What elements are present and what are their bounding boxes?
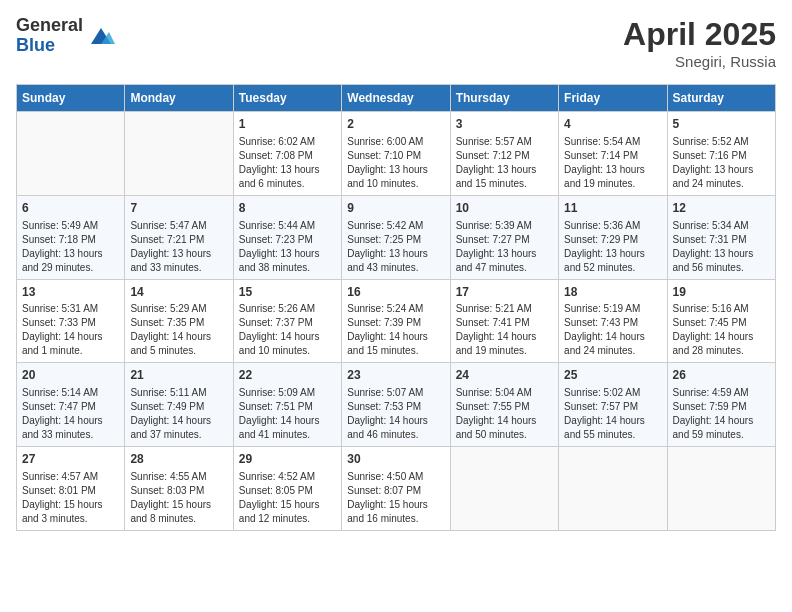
calendar-day-cell: 17Sunrise: 5:21 AM Sunset: 7:41 PM Dayli…: [450, 279, 558, 363]
day-info: Sunrise: 5:21 AM Sunset: 7:41 PM Dayligh…: [456, 302, 553, 358]
calendar-day-cell: [17, 112, 125, 196]
day-number: 19: [673, 284, 770, 301]
day-info: Sunrise: 5:42 AM Sunset: 7:25 PM Dayligh…: [347, 219, 444, 275]
calendar-day-cell: 30Sunrise: 4:50 AM Sunset: 8:07 PM Dayli…: [342, 447, 450, 531]
day-info: Sunrise: 5:34 AM Sunset: 7:31 PM Dayligh…: [673, 219, 770, 275]
day-info: Sunrise: 5:11 AM Sunset: 7:49 PM Dayligh…: [130, 386, 227, 442]
calendar-day-cell: 1Sunrise: 6:02 AM Sunset: 7:08 PM Daylig…: [233, 112, 341, 196]
calendar-week-row: 13Sunrise: 5:31 AM Sunset: 7:33 PM Dayli…: [17, 279, 776, 363]
calendar-day-cell: 28Sunrise: 4:55 AM Sunset: 8:03 PM Dayli…: [125, 447, 233, 531]
month-title: April 2025: [623, 16, 776, 53]
day-info: Sunrise: 5:44 AM Sunset: 7:23 PM Dayligh…: [239, 219, 336, 275]
day-of-week-header: Friday: [559, 85, 667, 112]
calendar-day-cell: 22Sunrise: 5:09 AM Sunset: 7:51 PM Dayli…: [233, 363, 341, 447]
day-of-week-header: Tuesday: [233, 85, 341, 112]
day-info: Sunrise: 5:36 AM Sunset: 7:29 PM Dayligh…: [564, 219, 661, 275]
calendar-day-cell: 4Sunrise: 5:54 AM Sunset: 7:14 PM Daylig…: [559, 112, 667, 196]
day-number: 18: [564, 284, 661, 301]
day-info: Sunrise: 5:24 AM Sunset: 7:39 PM Dayligh…: [347, 302, 444, 358]
logo-general: General: [16, 16, 83, 36]
day-info: Sunrise: 4:59 AM Sunset: 7:59 PM Dayligh…: [673, 386, 770, 442]
calendar-day-cell: 15Sunrise: 5:26 AM Sunset: 7:37 PM Dayli…: [233, 279, 341, 363]
day-number: 27: [22, 451, 119, 468]
day-number: 26: [673, 367, 770, 384]
calendar-day-cell: 25Sunrise: 5:02 AM Sunset: 7:57 PM Dayli…: [559, 363, 667, 447]
day-number: 11: [564, 200, 661, 217]
day-number: 15: [239, 284, 336, 301]
day-info: Sunrise: 5:09 AM Sunset: 7:51 PM Dayligh…: [239, 386, 336, 442]
day-info: Sunrise: 5:14 AM Sunset: 7:47 PM Dayligh…: [22, 386, 119, 442]
calendar-week-row: 1Sunrise: 6:02 AM Sunset: 7:08 PM Daylig…: [17, 112, 776, 196]
day-number: 8: [239, 200, 336, 217]
day-info: Sunrise: 5:29 AM Sunset: 7:35 PM Dayligh…: [130, 302, 227, 358]
day-number: 24: [456, 367, 553, 384]
day-info: Sunrise: 5:57 AM Sunset: 7:12 PM Dayligh…: [456, 135, 553, 191]
calendar-day-cell: 20Sunrise: 5:14 AM Sunset: 7:47 PM Dayli…: [17, 363, 125, 447]
day-number: 23: [347, 367, 444, 384]
calendar-day-cell: 10Sunrise: 5:39 AM Sunset: 7:27 PM Dayli…: [450, 195, 558, 279]
calendar-week-row: 27Sunrise: 4:57 AM Sunset: 8:01 PM Dayli…: [17, 447, 776, 531]
calendar-day-cell: 18Sunrise: 5:19 AM Sunset: 7:43 PM Dayli…: [559, 279, 667, 363]
calendar-day-cell: 19Sunrise: 5:16 AM Sunset: 7:45 PM Dayli…: [667, 279, 775, 363]
day-number: 21: [130, 367, 227, 384]
day-info: Sunrise: 5:49 AM Sunset: 7:18 PM Dayligh…: [22, 219, 119, 275]
calendar-week-row: 6Sunrise: 5:49 AM Sunset: 7:18 PM Daylig…: [17, 195, 776, 279]
calendar-day-cell: [559, 447, 667, 531]
calendar-day-cell: 21Sunrise: 5:11 AM Sunset: 7:49 PM Dayli…: [125, 363, 233, 447]
calendar-day-cell: 14Sunrise: 5:29 AM Sunset: 7:35 PM Dayli…: [125, 279, 233, 363]
day-number: 20: [22, 367, 119, 384]
day-info: Sunrise: 4:57 AM Sunset: 8:01 PM Dayligh…: [22, 470, 119, 526]
day-number: 13: [22, 284, 119, 301]
day-info: Sunrise: 5:04 AM Sunset: 7:55 PM Dayligh…: [456, 386, 553, 442]
day-number: 4: [564, 116, 661, 133]
logo-blue: Blue: [16, 36, 83, 56]
calendar-day-cell: 13Sunrise: 5:31 AM Sunset: 7:33 PM Dayli…: [17, 279, 125, 363]
day-info: Sunrise: 5:16 AM Sunset: 7:45 PM Dayligh…: [673, 302, 770, 358]
day-number: 2: [347, 116, 444, 133]
day-number: 10: [456, 200, 553, 217]
calendar-day-cell: 29Sunrise: 4:52 AM Sunset: 8:05 PM Dayli…: [233, 447, 341, 531]
calendar-day-cell: 24Sunrise: 5:04 AM Sunset: 7:55 PM Dayli…: [450, 363, 558, 447]
day-info: Sunrise: 5:39 AM Sunset: 7:27 PM Dayligh…: [456, 219, 553, 275]
calendar-day-cell: 27Sunrise: 4:57 AM Sunset: 8:01 PM Dayli…: [17, 447, 125, 531]
day-number: 30: [347, 451, 444, 468]
calendar-day-cell: [667, 447, 775, 531]
day-number: 16: [347, 284, 444, 301]
day-number: 9: [347, 200, 444, 217]
day-info: Sunrise: 6:00 AM Sunset: 7:10 PM Dayligh…: [347, 135, 444, 191]
calendar-day-cell: 11Sunrise: 5:36 AM Sunset: 7:29 PM Dayli…: [559, 195, 667, 279]
day-info: Sunrise: 4:55 AM Sunset: 8:03 PM Dayligh…: [130, 470, 227, 526]
title-block: April 2025 Snegiri, Russia: [623, 16, 776, 70]
day-info: Sunrise: 5:02 AM Sunset: 7:57 PM Dayligh…: [564, 386, 661, 442]
day-number: 12: [673, 200, 770, 217]
day-of-week-header: Thursday: [450, 85, 558, 112]
calendar-day-cell: [125, 112, 233, 196]
day-info: Sunrise: 5:31 AM Sunset: 7:33 PM Dayligh…: [22, 302, 119, 358]
day-number: 14: [130, 284, 227, 301]
calendar-day-cell: 3Sunrise: 5:57 AM Sunset: 7:12 PM Daylig…: [450, 112, 558, 196]
calendar-day-cell: 26Sunrise: 4:59 AM Sunset: 7:59 PM Dayli…: [667, 363, 775, 447]
logo: General Blue: [16, 16, 115, 56]
day-of-week-header: Saturday: [667, 85, 775, 112]
calendar-day-cell: 16Sunrise: 5:24 AM Sunset: 7:39 PM Dayli…: [342, 279, 450, 363]
day-number: 28: [130, 451, 227, 468]
day-number: 6: [22, 200, 119, 217]
location-subtitle: Snegiri, Russia: [623, 53, 776, 70]
day-of-week-header: Sunday: [17, 85, 125, 112]
day-number: 22: [239, 367, 336, 384]
day-number: 5: [673, 116, 770, 133]
day-info: Sunrise: 5:52 AM Sunset: 7:16 PM Dayligh…: [673, 135, 770, 191]
calendar-day-cell: 9Sunrise: 5:42 AM Sunset: 7:25 PM Daylig…: [342, 195, 450, 279]
day-info: Sunrise: 5:47 AM Sunset: 7:21 PM Dayligh…: [130, 219, 227, 275]
day-info: Sunrise: 4:50 AM Sunset: 8:07 PM Dayligh…: [347, 470, 444, 526]
page-header: General Blue April 2025 Snegiri, Russia: [16, 16, 776, 70]
day-info: Sunrise: 5:19 AM Sunset: 7:43 PM Dayligh…: [564, 302, 661, 358]
calendar-day-cell: [450, 447, 558, 531]
day-number: 3: [456, 116, 553, 133]
calendar-day-cell: 23Sunrise: 5:07 AM Sunset: 7:53 PM Dayli…: [342, 363, 450, 447]
day-number: 29: [239, 451, 336, 468]
calendar-day-cell: 5Sunrise: 5:52 AM Sunset: 7:16 PM Daylig…: [667, 112, 775, 196]
logo-icon: [87, 22, 115, 50]
calendar-day-cell: 12Sunrise: 5:34 AM Sunset: 7:31 PM Dayli…: [667, 195, 775, 279]
day-number: 25: [564, 367, 661, 384]
